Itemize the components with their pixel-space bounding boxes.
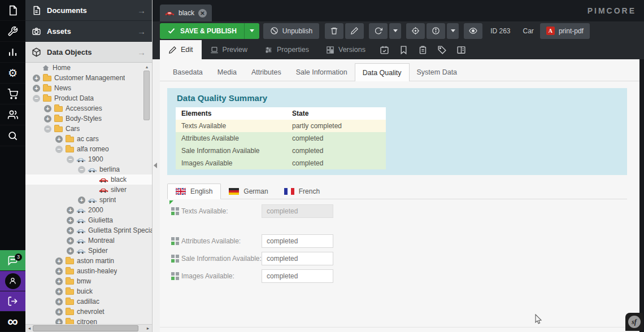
tree-expander-icon[interactable]: + bbox=[55, 136, 63, 143]
settings-icon[interactable]: ⚙ bbox=[0, 63, 25, 84]
tree-expander-icon[interactable]: + bbox=[55, 288, 63, 295]
scroll-up-icon[interactable]: ▲ bbox=[143, 64, 150, 70]
tree-expander-icon[interactable]: + bbox=[55, 268, 63, 275]
collapse-panel-icon[interactable] bbox=[154, 163, 157, 168]
close-icon[interactable]: ✕ bbox=[198, 9, 207, 18]
tree-expander-icon[interactable]: + bbox=[33, 75, 40, 82]
tree-item[interactable]: + cadillac bbox=[25, 296, 152, 307]
tree-expander-icon[interactable]: + bbox=[55, 308, 63, 316]
search-icon[interactable] bbox=[0, 125, 25, 146]
tree-item[interactable]: + chevrolet bbox=[25, 307, 152, 317]
tab-system-data[interactable]: System Data bbox=[410, 63, 465, 81]
tree-item[interactable]: + Spider bbox=[25, 246, 152, 256]
accordion-assets[interactable]: Assets → bbox=[25, 21, 152, 42]
info-options-caret[interactable] bbox=[447, 23, 459, 39]
tree-expander-icon[interactable]: + bbox=[55, 257, 63, 265]
tab-versions[interactable]: Versions bbox=[317, 40, 374, 59]
accordion-documents[interactable]: Documents → bbox=[25, 0, 152, 21]
object-tab-black[interactable]: black ✕ bbox=[160, 5, 212, 21]
tree-item[interactable]: − alfa romeo bbox=[25, 144, 152, 154]
tree-expander-icon[interactable]: − bbox=[55, 146, 63, 153]
tree-expander-icon[interactable]: − bbox=[44, 125, 51, 133]
tree-item[interactable]: + sprint bbox=[25, 195, 152, 205]
tree-expander-icon[interactable]: + bbox=[55, 318, 63, 325]
tags-button[interactable] bbox=[433, 40, 451, 59]
tab-properties[interactable]: Properties bbox=[256, 40, 317, 59]
tree-item[interactable]: + buick bbox=[25, 286, 152, 296]
tree-item[interactable]: + Body-Styles bbox=[25, 113, 152, 124]
logout-icon[interactable] bbox=[0, 291, 25, 312]
language-tab-english[interactable]: English bbox=[167, 184, 221, 199]
tree-item[interactable]: Home bbox=[25, 63, 152, 73]
info-button[interactable] bbox=[427, 23, 445, 39]
tree-item[interactable]: silver bbox=[25, 185, 152, 195]
tab-attributes[interactable]: Attributes bbox=[244, 63, 289, 81]
notes-button[interactable] bbox=[395, 40, 412, 59]
symfony-debug-badge[interactable]: sf bbox=[625, 313, 643, 331]
tree-expander-icon[interactable]: + bbox=[44, 115, 51, 123]
tree-item[interactable]: − 1900 bbox=[25, 154, 152, 164]
tab-edit[interactable]: Edit bbox=[160, 40, 202, 59]
tree-expander-icon[interactable]: + bbox=[67, 247, 74, 255]
tree-expander-icon[interactable]: + bbox=[33, 85, 40, 92]
save-publish-button[interactable]: SAVE & PUBLISH bbox=[160, 23, 259, 39]
user-avatar[interactable] bbox=[0, 271, 25, 291]
scroll-left-icon[interactable]: ◄ bbox=[25, 325, 33, 332]
tree-item[interactable]: + News bbox=[25, 83, 152, 93]
attributes-available-input[interactable] bbox=[262, 234, 333, 248]
save-options-caret[interactable] bbox=[244, 23, 259, 39]
tree-expander-icon[interactable]: + bbox=[55, 298, 63, 305]
tree-item[interactable]: + Giulietta bbox=[25, 215, 152, 225]
tree-vertical-scrollbar[interactable]: ▲ bbox=[143, 64, 150, 322]
tree-item[interactable]: + Montreal bbox=[25, 235, 152, 246]
tab-data-quality[interactable]: Data Quality bbox=[355, 63, 410, 81]
schedule-button[interactable] bbox=[376, 40, 393, 59]
locate-in-tree-button[interactable] bbox=[406, 23, 425, 39]
tab-media[interactable]: Media bbox=[210, 63, 244, 81]
rename-button[interactable] bbox=[345, 23, 364, 39]
tree-item[interactable]: + Customer Management bbox=[25, 73, 152, 83]
tree-item[interactable]: + ac cars bbox=[25, 134, 152, 144]
tree-expander-icon[interactable]: + bbox=[55, 278, 63, 285]
tree-item[interactable]: + citroen bbox=[25, 317, 152, 324]
scrollbar-thumb[interactable] bbox=[143, 71, 150, 120]
accordion-data-objects[interactable]: Data Objects → bbox=[25, 42, 152, 63]
tree-item[interactable]: + 2000 bbox=[25, 205, 152, 215]
tree-expander-icon[interactable]: + bbox=[78, 196, 85, 204]
tree-item[interactable]: + bmw bbox=[25, 276, 152, 286]
tree-expander-icon[interactable]: − bbox=[78, 166, 85, 173]
scroll-right-icon[interactable]: ► bbox=[144, 325, 152, 332]
users-icon[interactable] bbox=[0, 104, 25, 125]
unpublish-button[interactable]: Unpublish bbox=[263, 23, 319, 39]
reports-button[interactable] bbox=[414, 40, 432, 59]
panel-splitter[interactable] bbox=[153, 59, 160, 332]
delete-button[interactable] bbox=[325, 23, 343, 39]
tab-basedata[interactable]: Basedata bbox=[166, 63, 210, 81]
tree-item[interactable]: + aston martin bbox=[25, 256, 152, 266]
sale-information-available-input[interactable] bbox=[262, 252, 333, 265]
tree-item[interactable]: black bbox=[25, 174, 152, 185]
tree-expander-icon[interactable]: + bbox=[44, 105, 51, 112]
open-preview-button[interactable] bbox=[464, 23, 482, 39]
reload-options-caret[interactable] bbox=[389, 23, 401, 39]
reload-button[interactable] bbox=[369, 23, 388, 39]
layout-button[interactable] bbox=[452, 40, 470, 59]
tools-icon[interactable] bbox=[0, 21, 25, 42]
tree-expander-icon[interactable]: − bbox=[33, 95, 40, 102]
language-tab-french[interactable]: French bbox=[276, 184, 328, 199]
notifications-chat-icon[interactable]: 3 bbox=[0, 250, 25, 271]
images-available-input[interactable] bbox=[262, 269, 333, 283]
language-tab-german[interactable]: German bbox=[221, 184, 276, 199]
tree-expander-icon[interactable]: − bbox=[67, 156, 74, 163]
tree-expander-icon[interactable]: + bbox=[67, 207, 74, 214]
tab-preview[interactable]: Preview bbox=[202, 40, 256, 59]
document-icon[interactable] bbox=[0, 0, 25, 21]
tab-sale-information[interactable]: Sale Information bbox=[289, 63, 355, 81]
tree-item[interactable]: + Gulietta Sprint Specia bbox=[25, 225, 152, 235]
texts-available-input[interactable] bbox=[262, 204, 333, 218]
stats-icon[interactable] bbox=[0, 42, 25, 63]
tree-expander-icon[interactable]: + bbox=[67, 237, 74, 244]
tree-expander-icon[interactable]: + bbox=[67, 227, 74, 234]
tree-horizontal-scrollbar[interactable]: ◄ ► bbox=[25, 324, 152, 332]
tree-item[interactable]: − berlina bbox=[25, 164, 152, 174]
